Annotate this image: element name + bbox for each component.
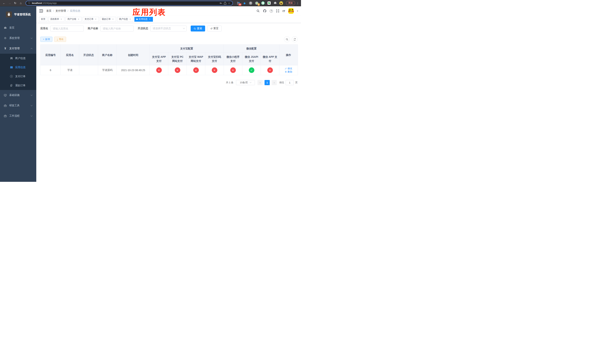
github-icon[interactable] <box>263 9 267 13</box>
refresh-icon: ↺ <box>210 27 213 30</box>
tab-merchant-info[interactable]: 商户信息 × <box>117 17 133 22</box>
sidebar-item-merchant-info[interactable]: 商户信息 <box>0 54 36 63</box>
bookmark-star-icon[interactable]: ☆ <box>228 2 230 5</box>
merchant-name-input[interactable] <box>100 26 134 32</box>
logo-image <box>6 11 12 17</box>
sidebar-item-payment[interactable]: ¥ 支付管理 <box>0 43 36 54</box>
back-icon[interactable]: ← <box>2 1 6 5</box>
hide-search-button[interactable] <box>284 36 290 42</box>
sidebar-item-infrastructure[interactable]: 基础设施 <box>0 90 36 100</box>
sidebar-collapse-icon[interactable] <box>39 10 43 12</box>
edit-link[interactable]: 修改 <box>285 67 292 70</box>
password-key-icon[interactable] <box>219 2 222 5</box>
col-created: 创建时间 <box>117 45 150 65</box>
search-icon[interactable] <box>256 9 260 13</box>
forward-icon[interactable]: → <box>7 1 12 5</box>
payment-submenu: 商户信息 应用信息 ¥ 支付订单 退款订单 <box>0 54 36 90</box>
table-row: 6 芋道 芋道源码 2021-10-23 08:49:25 ✕ ✕ ✕ ✕ ✕ <box>41 65 298 75</box>
chevron-down-icon <box>249 81 251 83</box>
refresh-table-button[interactable] <box>292 36 298 42</box>
sidebar-item-app-info[interactable]: 应用信息 <box>0 63 36 72</box>
col-app-id: 应用编号 <box>41 45 61 65</box>
prev-page-button[interactable]: ‹ <box>258 80 263 85</box>
toolbar-right <box>284 36 298 42</box>
sidebar-item-home[interactable]: 首页 <box>0 22 36 33</box>
extensions-puzzle-icon[interactable] <box>273 1 277 5</box>
tab-app-info[interactable]: 应用信息 × <box>134 17 153 22</box>
add-button-label: 新增 <box>45 38 50 41</box>
tab-label: 用户分组 <box>67 18 76 21</box>
sidebar-logo[interactable]: 芋道管理系统 <box>0 6 36 22</box>
url-host: localhost <box>32 2 42 4</box>
coin-yen-icon: ¥ <box>10 75 13 78</box>
page-1-button[interactable]: 1 <box>265 80 270 85</box>
delete-link[interactable]: 删除 <box>285 70 292 74</box>
sidebar-item-label: 工作流程 <box>9 114 20 118</box>
fullscreen-icon[interactable] <box>276 9 279 13</box>
chrome-update-button[interactable]: 更新 <box>286 1 295 5</box>
edit-link-label: 修改 <box>288 67 292 70</box>
extension-recorder-icon[interactable]: 1 <box>255 1 258 5</box>
browser-menu-icon[interactable]: ⋮ <box>296 2 299 5</box>
search-form: 应用名 商户名称 开启状态 请选择开启状态 搜索 ↺ 重置 <box>40 26 298 32</box>
tab-label: 商户信息 <box>119 18 128 21</box>
sidebar-item-refund-order[interactable]: 退款订单 <box>0 81 36 90</box>
delete-link-label: 删除 <box>288 70 292 74</box>
breadcrumb-payment[interactable]: 支付管理 <box>55 9 66 13</box>
export-button[interactable]: ↓ 导出 <box>54 37 66 42</box>
cell-wechat-app: ✕ <box>261 65 279 75</box>
avatar[interactable] <box>288 8 294 14</box>
sidebar-item-label: 应用信息 <box>15 66 26 69</box>
document-icon <box>10 84 13 87</box>
sidebar-item-workflow[interactable]: 工作流程 <box>0 111 36 121</box>
close-icon[interactable]: × <box>149 18 151 21</box>
reset-button[interactable]: ↺ 重置 <box>207 26 222 32</box>
reload-icon[interactable]: ↻ <box>13 1 17 5</box>
pagination: 共 1 条 10条/页 ‹ 1 › 前往 页 <box>40 80 298 85</box>
page-size-value: 10条/页 <box>240 81 248 84</box>
help-icon[interactable]: ? <box>270 10 273 13</box>
tab-home[interactable]: 首页 <box>39 17 47 22</box>
status-select[interactable]: 请选择开启状态 <box>150 26 187 32</box>
caret-down-icon[interactable]: ▾ <box>297 10 298 12</box>
app-frame: 芋道管理系统 首页 ⚙ 系统管理 ¥ 支付管理 <box>0 6 301 182</box>
app-name-input[interactable] <box>50 26 84 32</box>
close-icon[interactable]: × <box>94 18 97 21</box>
extension-pin-icon[interactable]: ◆ <box>243 1 246 5</box>
close-icon[interactable]: × <box>129 18 131 21</box>
share-icon[interactable] <box>224 2 226 5</box>
extension-chat-icon[interactable] <box>267 1 271 5</box>
close-icon[interactable]: × <box>60 18 63 21</box>
search-button[interactable]: 搜索 <box>191 26 205 32</box>
extension-icons: ◆ 10 ◆ ⌘ 1 Y <box>236 1 284 5</box>
dashboard-icon <box>4 26 7 30</box>
breadcrumb-home[interactable]: 首页 <box>46 9 52 13</box>
add-button[interactable]: + 新增 <box>40 37 52 42</box>
tab-refund-order[interactable]: 退款订单 × <box>100 17 116 22</box>
navbar: 首页 / 支付管理 / 应用信息 ? <box>36 6 301 16</box>
site-info-icon[interactable]: ⓘ <box>28 1 30 5</box>
page-size-select[interactable]: 10条/页 <box>236 80 255 85</box>
extension-smiley-icon[interactable] <box>279 1 283 5</box>
extension-tiles-icon[interactable]: ◆ 10 <box>236 1 240 5</box>
tab-user-group[interactable]: 用户分组 × <box>65 17 82 22</box>
extension-y-icon[interactable]: Y <box>261 1 265 5</box>
app-title: 芋道管理系统 <box>14 13 31 16</box>
sidebar-item-system[interactable]: ⚙ 系统管理 <box>0 33 36 43</box>
extension-command-icon[interactable]: ⌘ <box>249 1 252 5</box>
next-page-button[interactable]: › <box>272 80 277 85</box>
sidebar-item-label: 支付管理 <box>9 47 20 50</box>
breadcrumb-current: 应用信息 <box>70 9 80 13</box>
navbar-right: ? tT ▾ <box>256 8 298 14</box>
sidebar-item-dev-tools[interactable]: 研发工具 <box>0 100 36 111</box>
home-icon[interactable]: ⌂ <box>19 1 23 5</box>
url-bar[interactable]: ⓘ localhost:1024/pay/app ☆ <box>26 1 233 6</box>
font-size-icon[interactable]: tT <box>282 10 285 13</box>
sidebar-item-pay-order[interactable]: ¥ 支付订单 <box>0 72 36 81</box>
tab-process-form[interactable]: 流程表单 × <box>48 17 64 22</box>
active-dot-icon <box>136 19 138 20</box>
close-icon[interactable]: × <box>112 18 114 21</box>
tab-pay-order[interactable]: 支付订单 × <box>83 17 99 22</box>
close-icon[interactable]: × <box>77 18 80 21</box>
goto-page-input[interactable] <box>286 80 294 85</box>
